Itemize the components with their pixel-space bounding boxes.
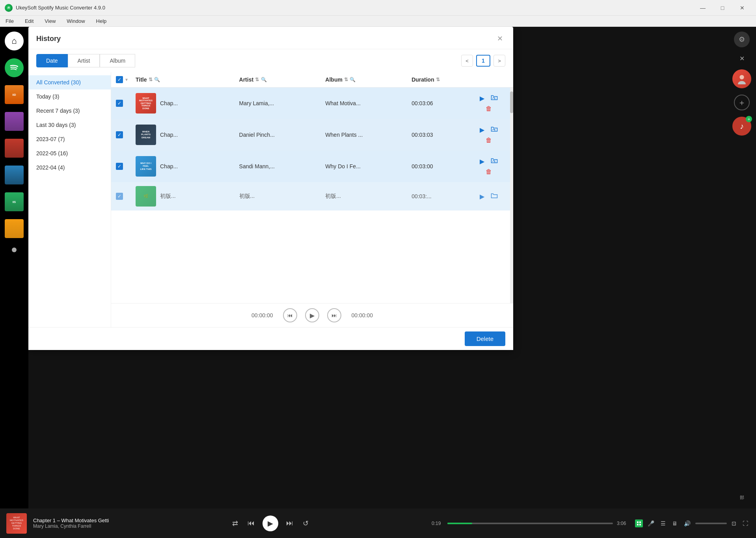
row-4-checkbox[interactable] <box>116 193 123 200</box>
sidebar-album-3[interactable] <box>5 139 24 158</box>
table-header: ▾ Title ⇅ 🔍 Artist ⇅ 🔍 <box>111 72 513 87</box>
device-button[interactable]: 🖥 <box>670 519 679 528</box>
row-1-play-button[interactable]: ▶ <box>477 93 487 103</box>
now-playing-artist: Mary Lamia, Cynthia Farrell <box>33 523 109 529</box>
row-3-folder-button[interactable] <box>488 156 500 166</box>
app-close-button[interactable]: ✕ <box>733 2 751 14</box>
album-sort-icon[interactable]: ⇅ <box>344 77 348 82</box>
row-2-play-button[interactable]: ▶ <box>477 125 487 134</box>
player-play-button[interactable]: ▶ <box>305 308 319 322</box>
row-1-folder-button[interactable] <box>488 93 500 103</box>
repeat-button[interactable]: ↺ <box>301 518 310 529</box>
now-playing-info: Chapter 1 – What Motivates Getti Mary La… <box>33 518 109 529</box>
svg-point-2 <box>739 75 744 79</box>
progress-track[interactable] <box>447 523 613 524</box>
filter-recent-7[interactable]: Recent 7 days (3) <box>28 104 111 118</box>
scrollbar-thumb[interactable] <box>510 91 513 113</box>
filter-last-30[interactable]: Last 30 days (3) <box>28 118 111 132</box>
sidebar-album-5[interactable]: IIS <box>5 192 24 211</box>
plus-badge: ＋ <box>746 116 752 122</box>
table-body: WHATMOTIVATESGETTINGTHINGSDONE Chap... M… <box>111 87 513 303</box>
fullscreen-button[interactable]: ⛶ <box>741 519 750 528</box>
svg-rect-6 <box>637 524 639 525</box>
title-sort-icon[interactable]: ⇅ <box>149 77 153 82</box>
sidebar-album-4[interactable] <box>5 166 24 184</box>
add-to-playlist-button[interactable]: ＋ <box>734 95 750 110</box>
th-artist-label: Artist <box>239 76 254 83</box>
row-4-folder-button[interactable] <box>488 192 500 201</box>
track-table: ▾ Title ⇅ 🔍 Artist ⇅ 🔍 <box>111 72 513 327</box>
row-3-checkbox[interactable] <box>116 163 123 170</box>
app-title: UkeySoft Spotify Music Converter 4.9.0 <box>16 5 105 11</box>
prev-track-button[interactable]: ⏮ <box>246 518 256 529</box>
filter-all-converted[interactable]: All Converted (30) <box>28 75 111 89</box>
sidebar-home-icon[interactable]: ⌂ <box>5 32 24 50</box>
row-1-duration: 00:03:06 <box>412 100 469 106</box>
page-prev-button[interactable]: < <box>461 55 473 67</box>
row-1-title: Chap... <box>160 100 178 106</box>
row-3-cover: WHY DO IFEELLIKE THIS <box>136 156 156 177</box>
player-time-end: 00:00:00 <box>349 312 373 318</box>
player-next-button[interactable]: ⏭ <box>327 308 341 322</box>
maximize-button[interactable]: □ <box>713 2 732 14</box>
row-2-delete-button[interactable]: 🗑 <box>483 136 494 145</box>
queue-icon[interactable] <box>635 519 643 527</box>
menu-help[interactable]: Help <box>94 17 109 25</box>
settings-icon[interactable]: ⚙ <box>734 32 750 47</box>
row-3-delete-button[interactable]: 🗑 <box>483 168 494 176</box>
mic-button[interactable]: 🎤 <box>646 519 656 528</box>
volume-bar[interactable] <box>695 523 727 524</box>
artist-search-icon[interactable]: 🔍 <box>261 76 267 83</box>
sidebar-album-6[interactable] <box>5 219 24 238</box>
artist-sort-icon[interactable]: ⇅ <box>255 77 259 82</box>
sidebar-spotify-icon[interactable] <box>5 58 24 77</box>
tab-artist[interactable]: Artist <box>68 54 100 67</box>
add-music-button[interactable]: ♪ ＋ <box>732 117 751 136</box>
duration-sort-icon[interactable]: ⇅ <box>436 77 440 82</box>
menu-edit[interactable]: Edit <box>22 17 36 25</box>
menu-view[interactable]: View <box>42 17 58 25</box>
filter-2022-04[interactable]: 2022-04 (4) <box>28 160 111 175</box>
select-all-checkbox[interactable] <box>116 76 123 83</box>
album-search-icon[interactable]: 🔍 <box>350 76 356 83</box>
row-3-play-button[interactable]: ▶ <box>477 156 487 166</box>
row-4-title: 初版... <box>160 193 176 200</box>
row-2-folder-button[interactable] <box>488 125 500 134</box>
title-search-icon[interactable]: 🔍 <box>154 76 160 83</box>
row-4-duration: 00:03:... <box>412 193 469 199</box>
row-4-play-button[interactable]: ▶ <box>477 192 487 201</box>
tab-album[interactable]: Album <box>100 54 135 67</box>
volume-button[interactable]: 🔊 <box>682 519 692 528</box>
player-controls-area: 00:00:00 ⏮ ▶ ⏭ 00:00:00 <box>111 303 513 327</box>
sidebar-album-1[interactable]: IID <box>5 85 24 104</box>
row-3-duration: 00:03:00 <box>412 163 469 169</box>
row-2-album: When Plants ... <box>325 132 412 138</box>
filter-today[interactable]: Today (3) <box>28 89 111 104</box>
user-avatar <box>732 69 751 88</box>
menu-window[interactable]: Window <box>64 17 87 25</box>
delete-button[interactable]: Delete <box>465 331 505 346</box>
row-1-checkbox[interactable] <box>116 100 123 107</box>
th-duration-label: Duration <box>412 76 434 83</box>
modal-close-button[interactable]: ✕ <box>494 33 505 44</box>
filter-2022-05[interactable]: 2022-05 (16) <box>28 146 111 160</box>
next-track-button[interactable]: ⏭ <box>285 518 295 529</box>
close-right-panel-button[interactable]: ✕ <box>737 54 747 63</box>
minimize-button[interactable]: — <box>694 2 712 14</box>
row-2-checkbox[interactable] <box>116 131 123 138</box>
play-pause-button[interactable]: ▶ <box>263 516 278 531</box>
menu-file[interactable]: File <box>3 17 16 25</box>
player-prev-button[interactable]: ⏮ <box>283 308 297 322</box>
modal-header: History ✕ <box>28 27 513 49</box>
svg-point-3 <box>738 81 746 84</box>
filter-2023-07[interactable]: 2023-07 (7) <box>28 132 111 146</box>
miniplayer-button[interactable]: ⊡ <box>730 519 738 528</box>
queue-button[interactable]: ☰ <box>659 519 667 528</box>
shuffle-button[interactable]: ⇄ <box>231 518 240 529</box>
page-next-button[interactable]: > <box>493 55 505 67</box>
tab-date[interactable]: Date <box>36 54 68 67</box>
progress-fill <box>447 523 472 524</box>
row-1-delete-button[interactable]: 🗑 <box>483 104 494 113</box>
scrollbar-track[interactable] <box>510 87 513 303</box>
sidebar-album-2[interactable] <box>5 112 24 131</box>
